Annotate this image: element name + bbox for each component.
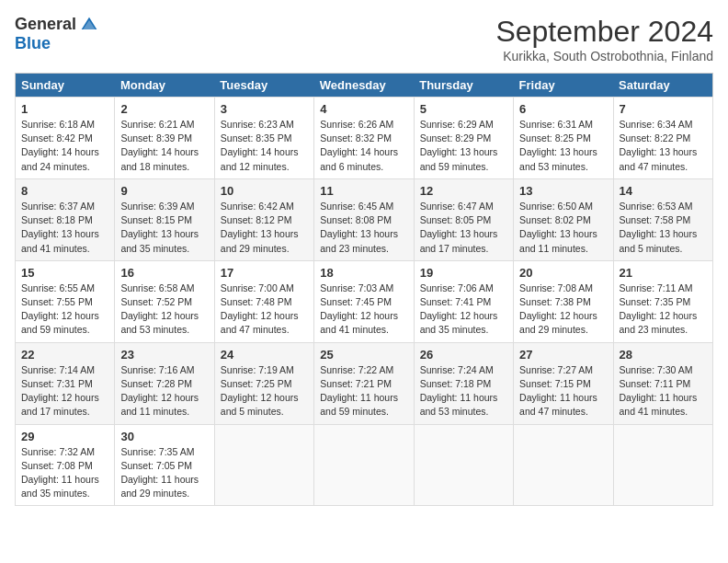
day-number: 13 (519, 184, 607, 198)
calendar-cell (214, 424, 313, 506)
day-info: Sunrise: 6:18 AM Sunset: 8:42 PM Dayligh… (21, 118, 108, 174)
day-info: Sunrise: 6:23 AM Sunset: 8:35 PM Dayligh… (221, 118, 308, 174)
day-info: Sunrise: 7:32 AM Sunset: 7:08 PM Dayligh… (21, 445, 108, 501)
day-number: 11 (320, 184, 407, 198)
day-info: Sunrise: 6:55 AM Sunset: 7:55 PM Dayligh… (21, 282, 108, 338)
day-number: 12 (420, 184, 507, 198)
day-info: Sunrise: 6:34 AM Sunset: 8:22 PM Dayligh… (620, 118, 707, 174)
day-number: 8 (21, 184, 108, 198)
calendar-week-2: 8 Sunrise: 6:37 AM Sunset: 8:18 PM Dayli… (16, 178, 713, 260)
day-info: Sunrise: 6:47 AM Sunset: 8:05 PM Dayligh… (420, 200, 507, 256)
calendar-cell: 1 Sunrise: 6:18 AM Sunset: 8:42 PM Dayli… (16, 98, 115, 179)
weekday-header-monday: Monday (115, 74, 214, 98)
calendar-table: SundayMondayTuesdayWednesdayThursdayFrid… (15, 73, 713, 506)
day-info: Sunrise: 7:11 AM Sunset: 7:35 PM Dayligh… (620, 282, 707, 338)
calendar-cell: 8 Sunrise: 6:37 AM Sunset: 8:18 PM Dayli… (16, 178, 115, 260)
day-info: Sunrise: 7:00 AM Sunset: 7:48 PM Dayligh… (221, 282, 308, 338)
page-header: General Blue September 2024 Kurikka, Sou… (15, 15, 713, 63)
calendar-cell: 30 Sunrise: 7:35 AM Sunset: 7:05 PM Dayl… (115, 424, 214, 506)
day-number: 24 (221, 348, 308, 362)
calendar-cell: 19 Sunrise: 7:06 AM Sunset: 7:41 PM Dayl… (414, 260, 513, 342)
calendar-cell: 21 Sunrise: 7:11 AM Sunset: 7:35 PM Dayl… (613, 260, 712, 342)
month-year-title: September 2024 (495, 15, 713, 49)
day-number: 5 (420, 102, 507, 116)
weekday-header-row: SundayMondayTuesdayWednesdayThursdayFrid… (16, 74, 713, 98)
calendar-cell: 11 Sunrise: 6:45 AM Sunset: 8:08 PM Dayl… (314, 178, 414, 260)
calendar-cell: 10 Sunrise: 6:42 AM Sunset: 8:12 PM Dayl… (214, 178, 313, 260)
calendar-cell: 26 Sunrise: 7:24 AM Sunset: 7:18 PM Dayl… (414, 342, 513, 424)
day-number: 22 (21, 348, 108, 362)
logo-blue-text: Blue (15, 34, 51, 53)
day-info: Sunrise: 7:22 AM Sunset: 7:21 PM Dayligh… (320, 363, 407, 419)
day-number: 9 (120, 184, 208, 198)
day-number: 14 (620, 184, 707, 198)
calendar-cell (514, 424, 613, 506)
calendar-week-3: 15 Sunrise: 6:55 AM Sunset: 7:55 PM Dayl… (16, 260, 713, 342)
calendar-cell: 16 Sunrise: 6:58 AM Sunset: 7:52 PM Dayl… (115, 260, 214, 342)
day-info: Sunrise: 6:37 AM Sunset: 8:18 PM Dayligh… (21, 200, 108, 256)
weekday-header-sunday: Sunday (16, 74, 115, 98)
day-number: 23 (120, 348, 208, 362)
calendar-cell: 22 Sunrise: 7:14 AM Sunset: 7:31 PM Dayl… (16, 342, 115, 424)
calendar-cell: 14 Sunrise: 6:53 AM Sunset: 7:58 PM Dayl… (613, 178, 712, 260)
logo-general-text: General (15, 15, 76, 34)
calendar-cell: 4 Sunrise: 6:26 AM Sunset: 8:32 PM Dayli… (314, 98, 414, 179)
calendar-cell: 12 Sunrise: 6:47 AM Sunset: 8:05 PM Dayl… (414, 178, 513, 260)
day-info: Sunrise: 7:08 AM Sunset: 7:38 PM Dayligh… (519, 282, 607, 338)
calendar-cell: 23 Sunrise: 7:16 AM Sunset: 7:28 PM Dayl… (115, 342, 214, 424)
day-number: 19 (420, 266, 507, 280)
calendar-cell: 15 Sunrise: 6:55 AM Sunset: 7:55 PM Dayl… (16, 260, 115, 342)
calendar-cell: 2 Sunrise: 6:21 AM Sunset: 8:39 PM Dayli… (115, 98, 214, 179)
weekday-header-friday: Friday (514, 74, 613, 98)
weekday-header-saturday: Saturday (613, 74, 712, 98)
day-info: Sunrise: 6:42 AM Sunset: 8:12 PM Dayligh… (221, 200, 308, 256)
calendar-cell: 3 Sunrise: 6:23 AM Sunset: 8:35 PM Dayli… (214, 98, 313, 179)
calendar-cell: 13 Sunrise: 6:50 AM Sunset: 8:02 PM Dayl… (514, 178, 613, 260)
title-block: September 2024 Kurikka, South Ostrobothn… (495, 15, 713, 63)
day-number: 6 (519, 102, 607, 116)
calendar-cell: 9 Sunrise: 6:39 AM Sunset: 8:15 PM Dayli… (115, 178, 214, 260)
day-info: Sunrise: 6:31 AM Sunset: 8:25 PM Dayligh… (519, 118, 607, 174)
calendar-cell (414, 424, 513, 506)
calendar-week-1: 1 Sunrise: 6:18 AM Sunset: 8:42 PM Dayli… (16, 98, 713, 179)
day-number: 18 (320, 266, 407, 280)
day-info: Sunrise: 7:27 AM Sunset: 7:15 PM Dayligh… (519, 363, 607, 419)
day-info: Sunrise: 7:35 AM Sunset: 7:05 PM Dayligh… (120, 445, 208, 501)
day-info: Sunrise: 6:26 AM Sunset: 8:32 PM Dayligh… (320, 118, 407, 174)
day-info: Sunrise: 7:19 AM Sunset: 7:25 PM Dayligh… (221, 363, 308, 419)
calendar-cell: 27 Sunrise: 7:27 AM Sunset: 7:15 PM Dayl… (514, 342, 613, 424)
day-number: 25 (320, 348, 407, 362)
day-info: Sunrise: 7:24 AM Sunset: 7:18 PM Dayligh… (420, 363, 507, 419)
day-info: Sunrise: 7:03 AM Sunset: 7:45 PM Dayligh… (320, 282, 407, 338)
calendar-cell: 5 Sunrise: 6:29 AM Sunset: 8:29 PM Dayli… (414, 98, 513, 179)
calendar-cell: 24 Sunrise: 7:19 AM Sunset: 7:25 PM Dayl… (214, 342, 313, 424)
weekday-header-wednesday: Wednesday (314, 74, 414, 98)
day-info: Sunrise: 6:58 AM Sunset: 7:52 PM Dayligh… (120, 282, 208, 338)
day-number: 20 (519, 266, 607, 280)
day-number: 16 (120, 266, 208, 280)
calendar-cell: 29 Sunrise: 7:32 AM Sunset: 7:08 PM Dayl… (16, 424, 115, 506)
calendar-cell: 6 Sunrise: 6:31 AM Sunset: 8:25 PM Dayli… (514, 98, 613, 179)
location-subtitle: Kurikka, South Ostrobothnia, Finland (495, 49, 713, 63)
day-info: Sunrise: 6:50 AM Sunset: 8:02 PM Dayligh… (519, 200, 607, 256)
day-info: Sunrise: 6:45 AM Sunset: 8:08 PM Dayligh… (320, 200, 407, 256)
day-info: Sunrise: 7:14 AM Sunset: 7:31 PM Dayligh… (21, 363, 108, 419)
day-number: 26 (420, 348, 507, 362)
day-info: Sunrise: 6:39 AM Sunset: 8:15 PM Dayligh… (120, 200, 208, 256)
day-number: 17 (221, 266, 308, 280)
calendar-cell: 20 Sunrise: 7:08 AM Sunset: 7:38 PM Dayl… (514, 260, 613, 342)
day-number: 7 (620, 102, 707, 116)
calendar-cell (314, 424, 414, 506)
day-info: Sunrise: 6:21 AM Sunset: 8:39 PM Dayligh… (120, 118, 208, 174)
day-info: Sunrise: 7:30 AM Sunset: 7:11 PM Dayligh… (620, 363, 707, 419)
weekday-header-tuesday: Tuesday (214, 74, 313, 98)
day-number: 1 (21, 102, 108, 116)
day-number: 28 (620, 348, 707, 362)
logo: General Blue (15, 15, 98, 53)
calendar-cell: 18 Sunrise: 7:03 AM Sunset: 7:45 PM Dayl… (314, 260, 414, 342)
calendar-cell (613, 424, 712, 506)
calendar-week-5: 29 Sunrise: 7:32 AM Sunset: 7:08 PM Dayl… (16, 424, 713, 506)
day-number: 29 (21, 430, 108, 443)
calendar-cell: 28 Sunrise: 7:30 AM Sunset: 7:11 PM Dayl… (613, 342, 712, 424)
calendar-cell: 17 Sunrise: 7:00 AM Sunset: 7:48 PM Dayl… (214, 260, 313, 342)
